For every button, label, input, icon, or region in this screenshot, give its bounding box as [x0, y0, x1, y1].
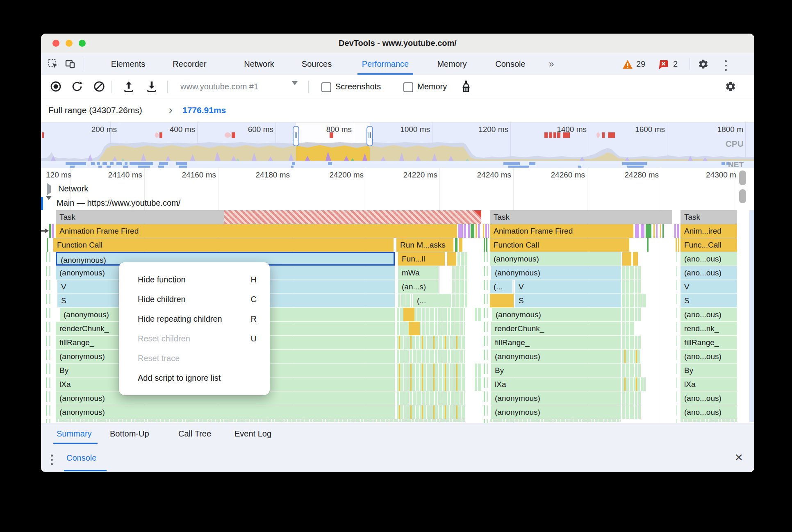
menu-item-hide-children[interactable]: Hide childrenC — [119, 289, 270, 309]
flame-bar[interactable]: rend...nk_ — [680, 322, 737, 335]
flame-fragments[interactable] — [475, 364, 481, 377]
error-count[interactable]: 2 — [673, 53, 678, 75]
flame-bar[interactable]: (anonymous) — [491, 350, 621, 363]
flame-fragments[interactable] — [622, 266, 641, 280]
tab-event-log[interactable]: Event Log — [234, 423, 271, 444]
flame-sliver[interactable] — [490, 294, 514, 307]
flame-fragments[interactable] — [397, 391, 465, 405]
network-track-label[interactable]: Network — [58, 182, 88, 196]
flame-sliver[interactable] — [468, 224, 470, 238]
flame-bar-aff[interactable]: Anim...ired — [680, 224, 737, 238]
clear-icon[interactable] — [93, 81, 105, 94]
flame-bar-aff[interactable]: Animation Frame Fired — [490, 224, 633, 238]
flame-bar-fc[interactable]: Function Call — [53, 238, 394, 252]
flame-bar[interactable]: lXa — [680, 377, 737, 391]
flame-sliver[interactable] — [676, 238, 677, 252]
flame-bar-aff[interactable]: Animation Frame Fired — [56, 224, 457, 238]
flame-bar-mwa[interactable]: mWa — [398, 266, 439, 280]
flame-sliver[interactable] — [677, 224, 679, 238]
drawer-kebab-menu-icon[interactable] — [51, 453, 53, 466]
tab-network[interactable]: Network — [234, 53, 284, 75]
flame-fragments[interactable] — [397, 350, 465, 363]
flame-fragments[interactable] — [452, 294, 467, 307]
selection-handle-right[interactable] — [366, 126, 373, 146]
memory-checkbox[interactable] — [403, 82, 413, 92]
drawer-tab-console[interactable]: Console — [66, 444, 96, 471]
flame-bar-task[interactable]: Task — [490, 210, 672, 224]
flame-sliver[interactable] — [622, 252, 631, 266]
flame-bar[interactable]: fillRange_ — [491, 336, 621, 349]
upload-profile-icon[interactable] — [123, 81, 134, 95]
flame-bar[interactable]: (ano...ous) — [680, 391, 737, 405]
flame-sliver[interactable] — [484, 238, 485, 252]
flame-sliver[interactable] — [646, 224, 651, 238]
flame-fragments[interactable] — [397, 322, 465, 335]
reload-record-icon[interactable] — [71, 81, 83, 94]
main-track-label[interactable]: Main — https://www.youtube.com/ — [57, 196, 180, 210]
flame-sliver[interactable] — [635, 224, 639, 238]
menu-item-hide-repeating-children[interactable]: Hide repeating childrenR — [119, 309, 270, 329]
flame-fragments[interactable] — [397, 364, 465, 377]
screenshots-label[interactable]: Screenshots — [335, 75, 381, 98]
flame-bar[interactable]: (anonymous) — [491, 391, 621, 405]
drawer-close-icon[interactable]: × — [735, 444, 743, 471]
flame-bar[interactable]: By — [680, 364, 737, 377]
flame-fragments[interactable] — [475, 308, 481, 321]
flame-sliver[interactable] — [660, 224, 661, 238]
flame-bar[interactable]: (anonymous) — [490, 252, 621, 266]
flame-fragments[interactable] — [622, 322, 635, 335]
flame-bar[interactable]: (ano...ous) — [680, 266, 737, 280]
flame-fragments[interactable] — [622, 294, 646, 307]
flame-bar[interactable]: lXa — [491, 377, 621, 391]
flame-bar[interactable]: (ano...ous) — [680, 252, 737, 266]
flame-fragments[interactable] — [397, 336, 465, 349]
flame-fragments[interactable] — [397, 377, 465, 391]
flame-sliver[interactable] — [483, 224, 484, 238]
flame-sliver[interactable] — [455, 238, 457, 252]
vertical-scrollbar-thumb[interactable] — [739, 171, 746, 185]
flame-sliver[interactable] — [471, 224, 474, 238]
tab-sources[interactable]: Sources — [293, 53, 340, 75]
flame-fragments[interactable] — [490, 419, 621, 422]
flame-sliver[interactable] — [47, 238, 48, 252]
tab-call-tree[interactable]: Call Tree — [178, 423, 211, 444]
flame-bar[interactable]: (... — [490, 280, 512, 293]
flame-bar-fc[interactable]: Func...Call — [680, 238, 737, 252]
flame-fragments[interactable] — [622, 336, 641, 349]
flame-fragments[interactable] — [622, 391, 641, 405]
flame-bar[interactable]: (... — [413, 294, 451, 307]
flame-fragments[interactable] — [56, 419, 465, 422]
flame-bar-task[interactable]: Task — [680, 210, 737, 224]
selection-handle-left[interactable] — [293, 126, 299, 146]
flame-sliver[interactable] — [458, 224, 463, 238]
flame-sliver[interactable] — [403, 308, 414, 321]
flame-bar[interactable]: V — [515, 280, 621, 293]
memory-label[interactable]: Memory — [417, 75, 447, 98]
record-icon[interactable] — [50, 81, 61, 94]
target-select[interactable]: www.youtube.com #1 — [180, 75, 303, 98]
flame-bar[interactable]: (anonymous) — [491, 266, 621, 280]
flame-sliver[interactable] — [49, 224, 51, 238]
flame-bar[interactable]: V — [680, 280, 737, 293]
settings-gear-icon[interactable] — [698, 59, 709, 71]
flame-bar-task[interactable]: Task — [56, 210, 481, 224]
garbage-collect-icon[interactable] — [460, 80, 472, 95]
screenshots-checkbox[interactable] — [321, 82, 331, 92]
flame-bar[interactable]: S — [680, 294, 737, 307]
flame-bar[interactable]: (ano...ous) — [680, 308, 737, 321]
flame-fragments[interactable] — [622, 377, 646, 391]
menu-item-hide-function[interactable]: Hide functionH — [119, 270, 270, 289]
menu-item-add-script-to-ignore-list[interactable]: Add script to ignore list — [119, 368, 270, 388]
flame-sliver[interactable] — [647, 238, 649, 252]
flame-bar[interactable]: S — [515, 294, 621, 307]
flame-bar[interactable]: (anonymous) — [56, 405, 395, 419]
flame-sliver[interactable] — [641, 224, 644, 238]
target-select-arrow-icon[interactable] — [292, 85, 298, 93]
breadcrumb-selected-range[interactable]: 1776.91ms — [182, 98, 226, 122]
more-tabs-chevron-icon[interactable]: » — [543, 53, 560, 75]
flame-bar[interactable]: (an...s) — [398, 280, 439, 293]
flame-fragments[interactable] — [475, 377, 481, 391]
flame-fragments[interactable] — [452, 266, 467, 280]
flame-fragments[interactable] — [622, 280, 641, 293]
flame-sliver[interactable] — [478, 224, 480, 238]
